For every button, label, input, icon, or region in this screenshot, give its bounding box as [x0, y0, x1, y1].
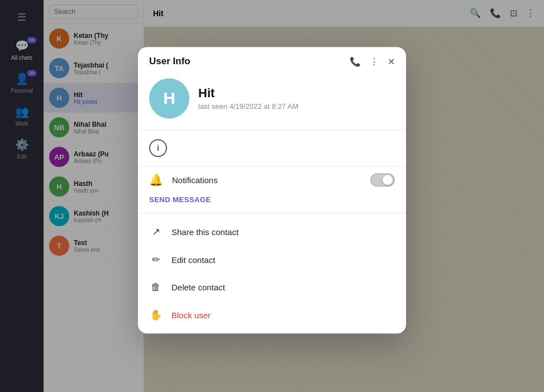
delete-icon: 🗑: [149, 281, 163, 293]
block-label: Block user: [171, 310, 211, 320]
close-button[interactable]: ✕: [388, 56, 395, 67]
toggle-knob: [383, 175, 393, 185]
delete-label: Delete contact: [171, 283, 225, 292]
send-message-button[interactable]: SEND MESSAGE: [149, 193, 395, 206]
more-options-icon[interactable]: ⋮: [370, 56, 379, 67]
edit-contact-icon: ✏: [149, 254, 163, 266]
share-label: Share this contact: [171, 227, 238, 237]
bell-icon: 🔔: [149, 173, 163, 187]
modal-notifications-section: 🔔 Notifications SEND MESSAGE: [138, 166, 406, 213]
modal-profile: H Hit last seen 4/19/2022 at 8:27 AM: [138, 74, 406, 130]
notifications-left: 🔔 Notifications: [149, 173, 218, 187]
modal-header-icons: 📞 ⋮ ✕: [350, 56, 395, 67]
delete-contact-item[interactable]: 🗑 Delete contact: [138, 274, 406, 301]
modal-actions-section: ↗ Share this contact ✏ Edit contact 🗑 De…: [138, 213, 406, 333]
user-info-modal: User Info 📞 ⋮ ✕ H Hit last seen 4/19/202…: [138, 47, 406, 333]
block-user-item[interactable]: ✋ Block user: [138, 301, 406, 329]
profile-status: last seen 4/19/2022 at 8:27 AM: [198, 102, 298, 111]
share-contact-item[interactable]: ↗ Share this contact: [138, 218, 406, 246]
notifications-toggle[interactable]: [370, 173, 395, 187]
notifications-label: Notifications: [172, 175, 218, 185]
profile-avatar: H: [149, 78, 189, 118]
profile-info: Hit last seen 4/19/2022 at 8:27 AM: [198, 86, 298, 111]
modal-info-section: i: [138, 130, 406, 166]
modal-header: User Info 📞 ⋮ ✕: [138, 47, 406, 74]
call-icon[interactable]: 📞: [350, 56, 361, 67]
edit-contact-label: Edit contact: [171, 255, 215, 265]
notifications-row: 🔔 Notifications: [149, 173, 395, 187]
modal-title: User Info: [149, 56, 190, 67]
profile-name: Hit: [198, 86, 298, 101]
info-icon: i: [149, 139, 167, 157]
edit-contact-item[interactable]: ✏ Edit contact: [138, 246, 406, 274]
share-icon: ↗: [149, 226, 163, 238]
block-icon: ✋: [149, 309, 163, 321]
